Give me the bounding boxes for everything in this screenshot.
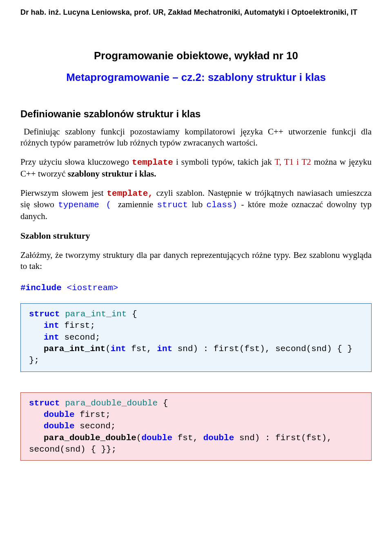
- code-arg: fst,: [126, 344, 157, 354]
- code-keyword: int: [157, 344, 172, 354]
- code-identifier: para_double_double: [60, 398, 158, 408]
- code-block-para-int: struct para_int_int { int first; int sec…: [20, 303, 372, 372]
- code-identifier: para_int_int: [60, 309, 127, 319]
- code-brace: {: [127, 309, 137, 319]
- inline-code-class: class): [207, 200, 238, 210]
- code-include: #include <iostream>: [20, 283, 372, 293]
- page-subtitle: Metaprogramowanie – cz.2: szablony struk…: [20, 71, 372, 84]
- code-paren: (: [136, 433, 142, 443]
- code-keyword: double: [44, 410, 75, 419]
- code-identifier: second;: [75, 421, 116, 431]
- code-identifier: second;: [59, 333, 100, 342]
- code-ctor: para_double_double: [44, 433, 136, 443]
- code-close: };: [29, 355, 364, 366]
- text: Pierwszym słowem jest: [20, 188, 107, 198]
- code-close: second(snd) { }};: [29, 444, 364, 455]
- code-identifier: first;: [75, 410, 111, 419]
- code-brace: {: [158, 398, 168, 408]
- code-keyword: struct: [29, 309, 60, 319]
- text: zamiennie: [118, 199, 157, 209]
- text: Przy użyciu słowa kluczowego: [20, 157, 132, 167]
- page-header: Dr hab. inż. Lucyna Leniowska, prof. UR,…: [20, 8, 372, 33]
- inline-code-typename: typename (: [58, 200, 118, 210]
- paragraph-1: Definiując szablony funkcji pozostawiamy…: [20, 126, 372, 148]
- page: Dr hab. inż. Lucyna Leniowska, prof. UR,…: [0, 0, 392, 535]
- code-keyword: int: [111, 344, 126, 354]
- code-arg: fst,: [172, 433, 203, 443]
- inline-symbols: T, T1 i T2: [274, 157, 311, 167]
- code-arg: snd) : first(fst), second(snd) { }: [172, 344, 352, 354]
- text: lub: [188, 199, 206, 209]
- code-preproc: #include: [20, 283, 62, 293]
- inline-code-template: template: [132, 158, 173, 167]
- code-keyword: double: [44, 421, 75, 431]
- code-paren: (: [105, 344, 111, 354]
- section-heading-szablon: Szablon struktury: [20, 230, 372, 242]
- code-include-target: <iostream>: [62, 283, 118, 293]
- code-keyword: struct: [29, 398, 60, 408]
- code-keyword: double: [203, 433, 234, 443]
- page-title: Programowanie obiektowe, wykład nr 10: [20, 49, 372, 62]
- code-keyword: double: [141, 433, 172, 443]
- code-identifier: first;: [59, 321, 95, 330]
- inline-code-struct: struct: [157, 200, 188, 210]
- code-block-para-double: struct para_double_double { double first…: [20, 392, 372, 461]
- text: i symboli typów, takich jak: [173, 157, 275, 167]
- inline-code-template: template,: [107, 189, 153, 198]
- section-heading-definiowanie: Definiowanie szablonów struktur i klas: [20, 108, 372, 120]
- code-ctor: para_int_int: [44, 344, 105, 354]
- code-arg: snd) : first(fst),: [234, 433, 332, 443]
- paragraph-4: Załóżmy, że tworzymy struktury dla par d…: [20, 250, 372, 272]
- paragraph-2: Przy użyciu słowa kluczowego template i …: [20, 157, 372, 179]
- code-keyword: int: [44, 321, 59, 330]
- paragraph-3: Pierwszym słowem jest template, czyli sz…: [20, 188, 372, 222]
- text-bold: szablony struktur i klas.: [68, 169, 156, 179]
- code-keyword: int: [44, 333, 59, 342]
